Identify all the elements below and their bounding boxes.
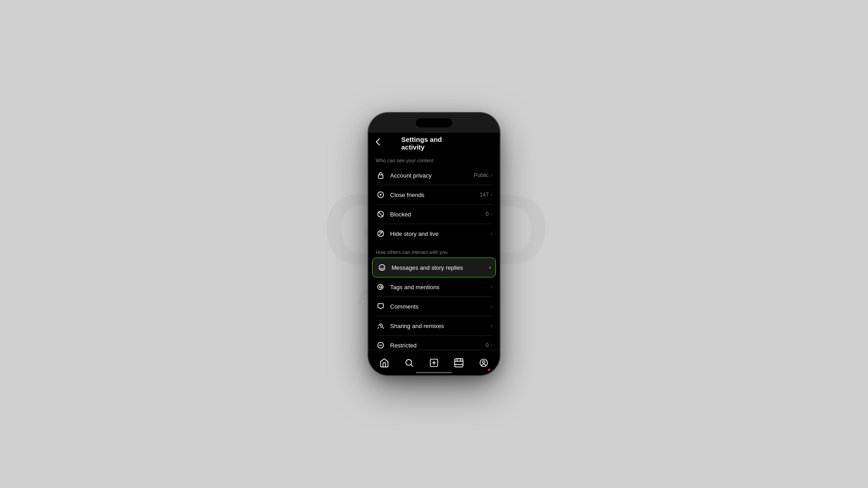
tags-label: Tags and mentions [390,284,491,291]
close-friends-label: Close friends [390,192,480,198]
messages-label: Messages and story replies [392,264,489,271]
svg-point-35 [482,361,485,363]
messages-right: › [489,264,491,271]
menu-item-restricted[interactable]: Restricted 0 › [368,336,500,350]
chevron-icon: › [491,172,492,178]
nav-search[interactable] [400,354,418,372]
chevron-icon: › [491,230,492,237]
blocked-right: 0 › [486,211,492,217]
section-label-content: Who can see your content [368,154,500,166]
svg-point-12 [379,265,385,271]
menu-item-close-friends[interactable]: Close friends 147 › [368,185,500,204]
menu-item-sharing[interactable]: Sharing and remixes › [368,316,500,335]
restricted-right: 0 › [486,342,492,348]
menu-item-messages[interactable]: Messages and story replies › [372,258,496,277]
hide-story-right: › [491,230,492,237]
svg-rect-29 [455,358,463,366]
restricted-icon [376,340,386,350]
svg-rect-7 [378,175,383,178]
nav-reels[interactable] [450,354,468,372]
wifi-icon [471,123,477,130]
signal-icon [462,123,469,130]
restricted-value: 0 [486,342,489,348]
status-icons [462,123,490,130]
blocked-value: 0 [486,211,489,217]
tags-right: › [491,284,492,290]
svg-rect-5 [480,124,488,129]
svg-point-34 [480,359,487,366]
nav-profile[interactable] [475,354,493,372]
hide-story-icon [376,229,386,239]
settings-list: Who can see your content Account privacy… [368,152,500,350]
star-circle-icon [376,190,386,200]
menu-item-tags[interactable]: Tags and mentions › [368,277,500,296]
account-privacy-label: Account privacy [390,172,474,179]
profile-notification-dot [488,369,490,371]
chevron-icon: › [491,284,492,290]
svg-rect-0 [462,127,463,129]
page-title: Settings and activity [401,136,467,151]
menu-item-comments[interactable]: Comments › [368,297,500,316]
dynamic-island [416,118,452,127]
share-icon [376,321,386,331]
menu-item-hide-story[interactable]: Hide story and live › [368,224,500,243]
account-privacy-value: Public [474,172,489,178]
status-time: 13:03 [378,123,393,130]
menu-item-blocked[interactable]: Blocked 0 › [368,205,500,224]
back-button[interactable] [376,137,384,149]
hide-story-label: Hide story and live [390,230,491,237]
section-label-interact: How others can interact with you [368,246,500,258]
account-privacy-right: Public › [474,172,492,178]
home-indicator [416,372,452,373]
chevron-icon: › [491,192,492,198]
menu-item-account-privacy[interactable]: Account privacy Public › [368,166,500,185]
comment-icon [376,301,386,311]
svg-rect-2 [465,125,467,130]
comments-label: Comments [390,303,491,310]
svg-point-16 [380,325,382,327]
message-circle-icon [377,263,387,272]
bottom-navigation [368,350,500,375]
film-icon [454,358,464,368]
app-header: Settings and activity [368,133,500,152]
home-icon [379,358,389,368]
svg-rect-3 [467,124,468,130]
at-icon [376,282,386,292]
screen: Settings and activity Who can see your c… [368,133,500,375]
sharing-right: › [491,323,492,329]
plus-square-icon [429,358,439,368]
comments-right: › [491,303,492,310]
svg-rect-6 [481,125,488,128]
sharing-label: Sharing and remixes [390,323,491,329]
phone-device: 13:03 [368,113,500,375]
svg-point-14 [383,267,384,267]
close-friends-right: 147 › [480,192,492,198]
blocked-icon [376,209,386,219]
chevron-icon: › [491,211,492,217]
search-icon [404,358,414,368]
battery-icon [480,124,490,129]
chevron-icon: › [491,303,492,310]
nav-add[interactable] [425,354,443,372]
person-circle-icon [479,358,489,368]
lock-icon [376,170,386,180]
chevron-icon: › [489,264,491,271]
svg-line-25 [411,365,413,366]
svg-line-10 [378,212,383,216]
svg-rect-1 [464,126,465,129]
svg-point-13 [381,267,382,267]
svg-point-4 [474,128,474,129]
restricted-label: Restricted [390,342,486,349]
nav-home[interactable] [375,354,393,372]
svg-point-24 [406,359,412,365]
chevron-icon: › [491,342,492,348]
close-friends-value: 147 [480,192,489,198]
chevron-icon: › [491,323,492,329]
blocked-label: Blocked [390,211,486,218]
